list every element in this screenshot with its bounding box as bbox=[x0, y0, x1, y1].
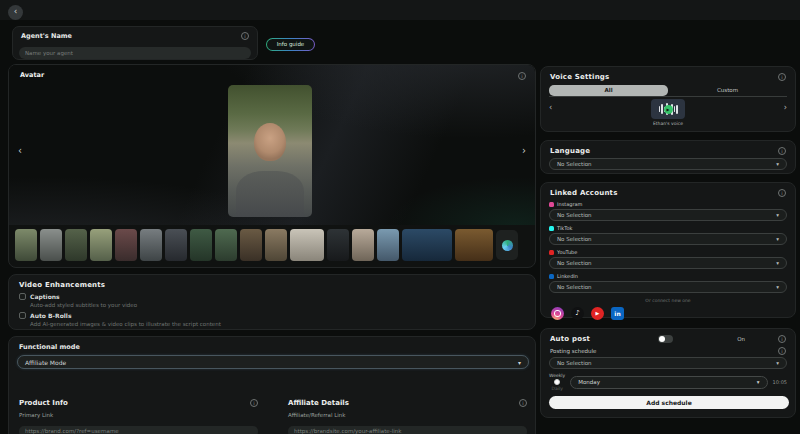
language-card: Language i No Selection ▾ bbox=[540, 140, 796, 174]
weekly-label: Weekly bbox=[549, 373, 565, 378]
instagram-account-select[interactable]: No Selection▾ bbox=[549, 209, 787, 221]
info-icon[interactable]: i bbox=[778, 73, 786, 81]
instagram-icon bbox=[549, 202, 554, 207]
youtube-account-select[interactable]: No Selection▾ bbox=[549, 257, 787, 269]
add-schedule-button[interactable]: Add schedule bbox=[549, 396, 789, 409]
functional-mode-label: Functional mode bbox=[9, 337, 535, 351]
account-value: No Selection bbox=[557, 212, 592, 218]
chevron-down-icon: ▾ bbox=[776, 212, 779, 218]
avatar-thumbnail[interactable] bbox=[140, 229, 162, 261]
agent-name-label: Agent's Name bbox=[21, 32, 72, 40]
avatar-card: Avatar i ‹ › bbox=[8, 64, 536, 268]
add-avatar-icon bbox=[502, 240, 513, 251]
column-title: Product Info bbox=[19, 399, 68, 407]
account-value: No Selection bbox=[557, 260, 592, 266]
checkbox[interactable] bbox=[19, 312, 26, 319]
voice-name: Ethan's voice bbox=[653, 121, 683, 126]
posting-schedule-value: No Selection bbox=[557, 360, 592, 366]
avatar-thumbnail[interactable] bbox=[290, 229, 324, 261]
avatar-thumbnail[interactable] bbox=[165, 229, 187, 261]
frequency-radio[interactable] bbox=[554, 379, 560, 385]
info-icon[interactable]: i bbox=[519, 399, 527, 407]
linkedin-account-select[interactable]: No Selection▾ bbox=[549, 281, 787, 293]
info-icon[interactable]: i bbox=[778, 335, 786, 343]
avatar-thumbnail[interactable] bbox=[352, 229, 374, 261]
avatar-video-preview[interactable] bbox=[228, 85, 312, 217]
auto-post-card: Auto post On i Posting schedule i No Sel… bbox=[540, 328, 796, 418]
account-value: No Selection bbox=[557, 284, 592, 290]
info-icon[interactable]: i bbox=[250, 399, 258, 407]
language-select[interactable]: No Selection ▾ bbox=[549, 158, 787, 170]
tiktok-icon bbox=[549, 226, 554, 231]
info-guide-button[interactable]: Info guide bbox=[266, 38, 315, 51]
avatar-thumbnail[interactable] bbox=[15, 229, 37, 261]
avatar-thumbnail-strip bbox=[15, 227, 531, 263]
avatar-thumbnail[interactable] bbox=[115, 229, 137, 261]
voice-settings-card: Voice Settings i All Custom ‹ › ▶ Ethan'… bbox=[540, 66, 796, 132]
avatar-thumbnail[interactable] bbox=[90, 229, 112, 261]
info-icon[interactable]: i bbox=[778, 189, 786, 197]
language-title: Language bbox=[550, 147, 590, 155]
youtube-icon bbox=[549, 250, 554, 255]
linked-accounts-title: Linked Accounts bbox=[550, 189, 618, 197]
posting-schedule-label: Posting schedule bbox=[550, 348, 596, 354]
carousel-left-button[interactable]: ‹ bbox=[18, 145, 22, 156]
tab-custom[interactable]: Custom bbox=[668, 85, 787, 96]
functional-mode-card: Functional mode Affiliate Mode ▾ Product… bbox=[8, 336, 536, 434]
functional-mode-value: Affiliate Mode bbox=[25, 359, 66, 366]
platform-name: YouTube bbox=[557, 249, 577, 255]
linkedin-icon bbox=[549, 274, 554, 279]
connect-new-text: Or connect new one bbox=[541, 298, 795, 303]
avatar-thumbnail[interactable] bbox=[455, 229, 493, 261]
avatar-thumbnail[interactable] bbox=[40, 229, 62, 261]
linked-account-row: InstagramNo Selection▾ bbox=[549, 201, 787, 221]
avatar-thumbnail[interactable] bbox=[265, 229, 287, 261]
back-button[interactable]: ‹ bbox=[8, 5, 23, 20]
avatar-thumbnail[interactable] bbox=[190, 229, 212, 261]
play-icon[interactable]: ▶ bbox=[664, 105, 673, 114]
avatar-thumbnail[interactable] bbox=[215, 229, 237, 261]
linked-account-row: TikTokNo Selection▾ bbox=[549, 225, 787, 245]
avatar-thumbnail[interactable] bbox=[377, 229, 399, 261]
avatar-thumbnail[interactable] bbox=[402, 229, 452, 261]
avatar-title: Avatar bbox=[20, 71, 44, 79]
enhancement-description: Auto-add styled subtitles to your video bbox=[30, 302, 535, 308]
posting-schedule-select[interactable]: No Selection ▾ bbox=[549, 357, 787, 369]
carousel-right-button[interactable]: › bbox=[522, 145, 526, 156]
linked-accounts-card: Linked Accounts i InstagramNo Selection▾… bbox=[540, 182, 796, 318]
avatar-thumbnail[interactable] bbox=[240, 229, 262, 261]
youtube-icon[interactable]: ▶ bbox=[591, 307, 604, 320]
info-icon[interactable]: i bbox=[241, 32, 249, 40]
info-icon[interactable]: i bbox=[518, 72, 526, 80]
enhancement-label: Auto B-Rolls bbox=[30, 312, 71, 319]
voice-waveform-tile[interactable]: ▶ bbox=[651, 99, 685, 119]
avatar-thumbnail[interactable] bbox=[65, 229, 87, 261]
tab-all[interactable]: All bbox=[549, 85, 668, 96]
social-icons-row: ♪ ▶ in bbox=[551, 307, 795, 320]
avatar-thumbnail[interactable] bbox=[327, 229, 349, 261]
video-enhancements-title: Video Enhancements bbox=[9, 275, 535, 289]
info-icon[interactable]: i bbox=[778, 147, 786, 155]
functional-mode-select[interactable]: Affiliate Mode ▾ bbox=[17, 355, 529, 369]
auto-post-title: Auto post bbox=[550, 335, 590, 343]
enhancement-description: Add AI-generated images & video clips to… bbox=[30, 321, 535, 327]
voice-item: ▶ Ethan's voice bbox=[541, 99, 795, 126]
add-avatar-button[interactable] bbox=[496, 230, 518, 260]
video-enhancements-card: Video Enhancements CaptionsAuto-add styl… bbox=[8, 274, 536, 330]
info-icon[interactable]: i bbox=[778, 347, 786, 355]
field-label: Primary Link bbox=[19, 412, 258, 418]
agent-name-input[interactable] bbox=[19, 47, 251, 59]
field-input[interactable] bbox=[288, 426, 527, 434]
agent-name-card: Agent's Name i bbox=[12, 26, 258, 60]
tiktok-account-select[interactable]: No Selection▾ bbox=[549, 233, 787, 245]
instagram-icon[interactable] bbox=[551, 307, 564, 320]
linkedin-icon[interactable]: in bbox=[611, 307, 624, 320]
day-select[interactable]: Monday ▾ bbox=[570, 376, 767, 389]
daily-label: Daily bbox=[551, 386, 562, 391]
chevron-down-icon: ▾ bbox=[776, 260, 779, 266]
field-input[interactable] bbox=[19, 426, 258, 434]
checkbox[interactable] bbox=[19, 293, 26, 300]
auto-post-toggle[interactable] bbox=[658, 335, 673, 343]
platform-name: LinkedIn bbox=[557, 273, 578, 279]
tiktok-icon[interactable]: ♪ bbox=[571, 307, 584, 320]
